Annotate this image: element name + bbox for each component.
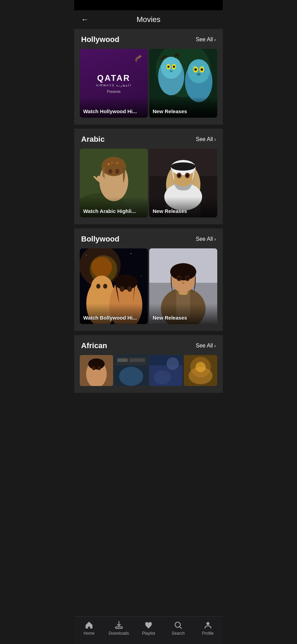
bollywood-card-highlights[interactable]: Watch Bollywood Hi... <box>80 248 148 324</box>
svg-rect-83 <box>130 358 145 362</box>
svg-point-84 <box>119 367 143 386</box>
bollywood-card-new-releases[interactable]: New Releases <box>149 248 217 324</box>
african-section-header: African See All › <box>74 335 223 355</box>
svg-point-7 <box>173 66 175 68</box>
hollywood-grid: QATAR AIRWAYS القطرية Presents Watch Hol… <box>74 49 223 118</box>
arabic-card-highlights[interactable]: Watch Arabic Highli... <box>80 149 148 217</box>
back-button[interactable]: ← <box>81 15 89 24</box>
hollywood-see-all[interactable]: See All › <box>196 36 216 43</box>
bollywood-highlights-label: Watch Bollywood Hi... <box>83 315 137 321</box>
african-card-3[interactable] <box>149 355 183 386</box>
hollywood-section-header: Hollywood See All › <box>74 29 223 49</box>
hollywood-card-qatar[interactable]: QATAR AIRWAYS القطرية Presents Watch Hol… <box>80 49 148 118</box>
svg-point-67 <box>170 263 196 280</box>
svg-point-51 <box>91 276 113 300</box>
svg-point-6 <box>167 66 169 68</box>
qatar-airways-text: AIRWAYS القطرية <box>96 84 132 87</box>
svg-point-56 <box>114 275 138 290</box>
african-section: African See All › <box>74 335 223 393</box>
svg-point-23 <box>108 163 110 165</box>
bollywood-title: Bollywood <box>81 235 119 244</box>
svg-point-14 <box>201 68 203 71</box>
svg-point-88 <box>154 371 171 384</box>
svg-rect-28 <box>80 197 148 217</box>
arabic-card-new-releases[interactable]: New Releases <box>149 149 217 217</box>
african-card-2[interactable] <box>114 355 148 386</box>
arabic-highlights-label: Watch Arabic Highli... <box>83 208 136 214</box>
hollywood-title: Hollywood <box>81 35 119 44</box>
svg-point-77 <box>88 358 105 369</box>
svg-point-79 <box>98 366 101 370</box>
hollywood-card-new-releases[interactable]: New Releases <box>149 49 217 118</box>
bollywood-scene-2 <box>149 248 217 324</box>
svg-point-39 <box>178 174 180 177</box>
svg-point-87 <box>167 357 179 370</box>
svg-point-25 <box>116 162 118 164</box>
svg-point-27 <box>115 169 119 174</box>
bollywood-see-all[interactable]: See All › <box>196 236 216 242</box>
svg-point-48 <box>141 276 142 276</box>
bollywood-section: Bollywood See All › <box>74 228 223 331</box>
african-grid <box>74 355 223 386</box>
svg-point-22 <box>101 157 126 176</box>
svg-point-45 <box>91 257 112 278</box>
avatar-card-label: New Releases <box>153 108 187 114</box>
svg-point-72 <box>182 282 185 284</box>
svg-point-52 <box>96 284 100 289</box>
qatar-logo-text: QATAR <box>96 73 132 83</box>
bollywood-grid: Watch Bollywood Hi... <box>74 248 223 324</box>
bollywood-section-header: Bollywood See All › <box>74 228 223 248</box>
svg-point-92 <box>196 362 206 372</box>
svg-point-70 <box>178 277 180 280</box>
svg-point-46 <box>86 255 87 256</box>
status-bar <box>74 0 223 10</box>
svg-rect-59 <box>80 303 148 324</box>
svg-rect-41 <box>149 197 217 217</box>
svg-point-3 <box>161 57 182 79</box>
svg-point-15 <box>197 73 201 76</box>
svg-point-78 <box>92 366 96 370</box>
arabic-scene-1 <box>80 149 148 217</box>
svg-point-53 <box>103 284 107 289</box>
arabic-section: Arabic See All › <box>74 129 223 224</box>
african-title: African <box>81 341 107 350</box>
arabic-grid: Watch Arabic Highli... <box>74 149 223 217</box>
arabic-see-all[interactable]: See All › <box>196 136 216 142</box>
african-card-1[interactable] <box>80 355 113 386</box>
svg-rect-73 <box>149 303 217 324</box>
bollywood-new-releases-label: New Releases <box>153 315 187 321</box>
arabic-scene-2 <box>149 149 217 217</box>
svg-point-58 <box>127 286 132 292</box>
svg-point-13 <box>195 68 197 71</box>
svg-point-8 <box>169 70 173 72</box>
see-all-arrow-icon: › <box>214 37 216 42</box>
arabic-see-all-arrow: › <box>214 137 216 142</box>
svg-rect-82 <box>118 358 128 362</box>
african-see-all[interactable]: See All › <box>196 343 216 349</box>
arabic-new-releases-label: New Releases <box>153 208 187 214</box>
svg-point-10 <box>188 59 210 83</box>
arabic-title: Arabic <box>81 135 104 144</box>
svg-point-24 <box>111 162 113 163</box>
header: ← Movies <box>74 10 223 29</box>
hollywood-section: Hollywood See All › QATAR AIRWAYS القطري… <box>74 29 223 125</box>
qatar-presents-text: Presents <box>96 90 132 94</box>
svg-point-49 <box>89 282 90 283</box>
svg-point-40 <box>186 174 189 177</box>
qatar-bg: QATAR AIRWAYS القطرية Presents Watch Hol… <box>80 49 148 118</box>
qatar-bird-icon <box>130 53 144 68</box>
african-see-all-arrow: › <box>214 343 216 348</box>
svg-point-26 <box>108 169 112 174</box>
qatar-card-label: Watch Hollywood Hi... <box>83 108 137 114</box>
bollywood-scene-1 <box>80 248 148 324</box>
arabic-section-header: Arabic See All › <box>74 129 223 149</box>
page-title: Movies <box>136 15 161 24</box>
african-card-4[interactable] <box>184 355 217 386</box>
svg-point-47 <box>131 253 132 254</box>
bollywood-see-all-arrow: › <box>214 236 216 242</box>
svg-point-57 <box>120 286 124 292</box>
svg-point-71 <box>186 277 189 280</box>
avatar-bg: New Releases <box>149 49 217 118</box>
svg-point-36 <box>171 162 196 171</box>
